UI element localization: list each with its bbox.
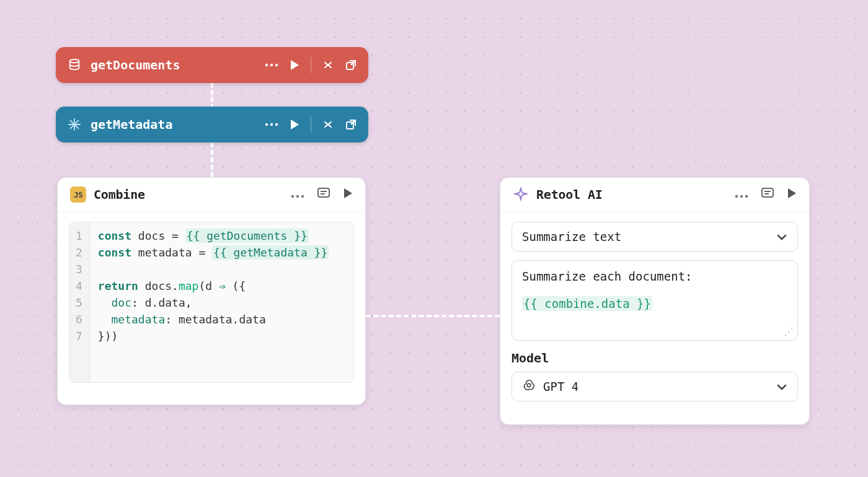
card-header: JS Combine (58, 178, 365, 212)
svg-point-3 (275, 64, 278, 66)
svg-point-1 (265, 64, 268, 66)
play-icon[interactable] (787, 188, 797, 201)
svg-point-13 (735, 195, 738, 197)
svg-point-9 (291, 195, 294, 197)
node-getDocuments[interactable]: getDocuments (56, 47, 368, 83)
svg-point-17 (527, 383, 531, 387)
snowflake-icon (67, 117, 82, 132)
line-gutter: 1 2 3 4 5 6 7 (69, 222, 91, 382)
card-header: Retool AI (500, 178, 809, 212)
svg-point-15 (745, 195, 748, 197)
play-icon[interactable] (290, 119, 299, 130)
more-icon[interactable] (291, 189, 304, 201)
svg-rect-16 (762, 188, 773, 197)
node-getMetadata[interactable]: getMetadata (56, 107, 368, 142)
play-icon[interactable] (290, 59, 299, 71)
svg-point-5 (265, 123, 268, 126)
svg-point-14 (740, 195, 743, 197)
svg-rect-12 (318, 188, 329, 197)
svg-point-11 (301, 195, 304, 197)
svg-point-7 (275, 123, 278, 126)
prompt-input[interactable]: Summarize each document: {{ combine.data… (512, 260, 798, 341)
collapse-icon[interactable] (322, 119, 334, 130)
action-select[interactable]: Summarize text (512, 222, 798, 252)
action-select-value: Summarize text (522, 230, 621, 243)
model-value: GPT 4 (543, 380, 578, 393)
code-editor[interactable]: 1 2 3 4 5 6 7 const docs = {{ getDocumen… (69, 222, 354, 383)
chevron-down-icon (776, 380, 787, 393)
svg-point-6 (270, 123, 273, 126)
divider (311, 57, 311, 73)
popout-icon[interactable] (345, 118, 357, 131)
more-icon[interactable] (265, 63, 278, 67)
play-icon[interactable] (343, 188, 353, 201)
card-title: Retool AI (536, 187, 735, 202)
more-icon[interactable] (265, 123, 278, 126)
database-icon (67, 58, 82, 72)
svg-point-0 (70, 59, 79, 63)
connector-v1 (211, 83, 213, 109)
svg-point-10 (296, 195, 299, 197)
card-combine: JS Combine 1 2 3 4 5 6 7 (57, 177, 366, 405)
prompt-template-chip: {{ combine.data }} (522, 296, 652, 311)
model-select[interactable]: GPT 4 (512, 372, 798, 401)
js-badge-icon: JS (70, 186, 86, 203)
code-content[interactable]: const docs = {{ getDocuments }} const me… (91, 222, 336, 382)
comment-icon[interactable] (761, 187, 774, 202)
resize-handle-icon[interactable]: ⋰ (784, 326, 794, 338)
popout-icon[interactable] (345, 59, 357, 71)
chevron-down-icon (776, 230, 787, 243)
node-label: getDocuments (91, 58, 265, 72)
card-retool-ai: Retool AI Summarize text Summarize each … (500, 177, 810, 425)
sparkle-icon (513, 186, 529, 203)
node-label: getMetadata (91, 117, 265, 132)
connector-h1 (366, 315, 500, 317)
connector-v2 (211, 142, 213, 177)
openai-icon (522, 379, 536, 395)
card-title: Combine (94, 187, 291, 202)
comment-icon[interactable] (317, 187, 330, 202)
collapse-icon[interactable] (322, 59, 334, 71)
prompt-text: Summarize each document: (522, 269, 787, 283)
more-icon[interactable] (735, 189, 748, 201)
svg-point-2 (270, 64, 273, 66)
divider (311, 116, 311, 133)
model-label: Model (512, 351, 798, 365)
